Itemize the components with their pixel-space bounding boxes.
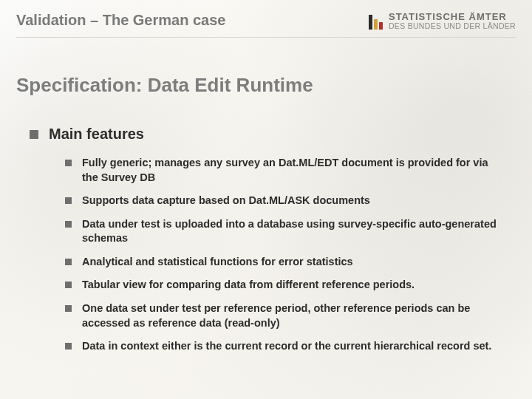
section-heading: Main features xyxy=(49,126,144,143)
content-section: Main features Fully generic; manages any… xyxy=(30,126,502,363)
logo-line2: DES BUNDES UND DER LÄNDER xyxy=(389,22,516,30)
list-item-text: Tabular view for comparing data from dif… xyxy=(82,278,502,293)
list-item: Supports data capture based on Dat.ML/AS… xyxy=(65,194,502,208)
logo-line1: STATISTISCHE ÄMTER xyxy=(389,12,516,22)
feature-list: Fully generic; manages any survey an Dat… xyxy=(30,156,502,354)
list-item-text: One data set under test per reference pe… xyxy=(82,301,502,330)
section-heading-row: Main features xyxy=(30,126,502,143)
bullet-square-icon xyxy=(65,259,72,265)
list-item: Tabular view for comparing data from dif… xyxy=(65,278,502,293)
bullet-square-icon xyxy=(30,130,38,139)
list-item-text: Data under test is uploaded into a datab… xyxy=(82,217,502,246)
bullet-square-icon xyxy=(65,282,72,288)
header-divider xyxy=(16,37,516,38)
logo-text: STATISTISCHE ÄMTER DES BUNDES UND DER LÄ… xyxy=(389,12,516,30)
bullet-square-icon xyxy=(65,197,72,204)
bullet-square-icon xyxy=(65,221,72,228)
list-item-text: Supports data capture based on Dat.ML/AS… xyxy=(82,194,502,208)
list-item-text: Analytical and statistical functions for… xyxy=(82,255,502,270)
bullet-square-icon xyxy=(65,343,72,349)
list-item: Analytical and statistical functions for… xyxy=(65,255,502,270)
kicker-text: Validation – The German case xyxy=(16,12,225,29)
list-item: One data set under test per reference pe… xyxy=(65,301,502,330)
logo-bars-icon xyxy=(369,12,383,30)
list-item-text: Data in context either is the current re… xyxy=(82,339,502,354)
list-item: Data in context either is the current re… xyxy=(65,339,502,354)
slide-title: Specification: Data Edit Runtime xyxy=(16,74,313,97)
list-item: Data under test is uploaded into a datab… xyxy=(65,217,502,246)
list-item-text: Fully generic; manages any survey an Dat… xyxy=(82,156,502,185)
bullet-square-icon xyxy=(65,160,72,166)
list-item: Fully generic; manages any survey an Dat… xyxy=(65,156,502,185)
slide-header: Validation – The German case STATISTISCH… xyxy=(16,12,516,30)
bullet-square-icon xyxy=(65,305,72,312)
org-logo: STATISTISCHE ÄMTER DES BUNDES UND DER LÄ… xyxy=(369,12,516,30)
